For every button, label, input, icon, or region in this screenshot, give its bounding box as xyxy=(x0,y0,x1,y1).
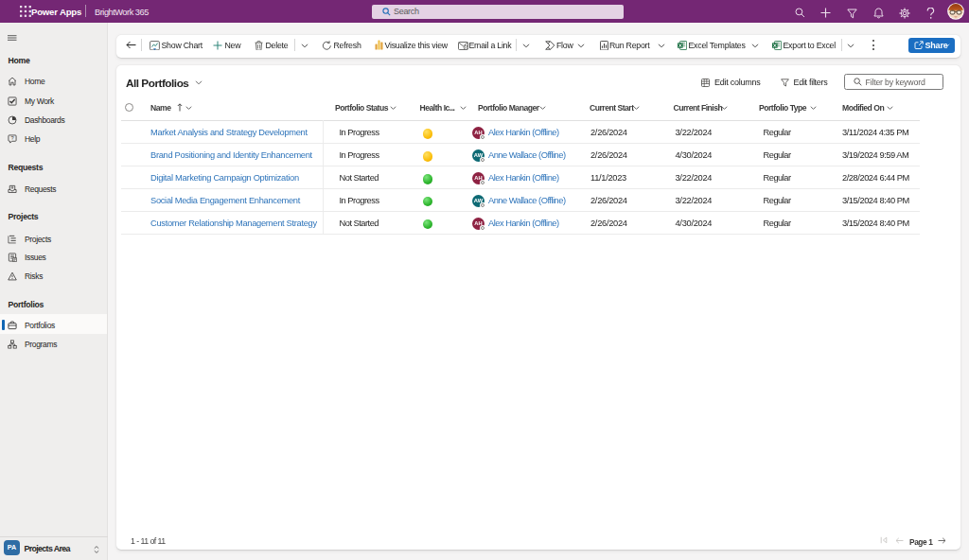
svg-text:?: ? xyxy=(10,135,13,141)
